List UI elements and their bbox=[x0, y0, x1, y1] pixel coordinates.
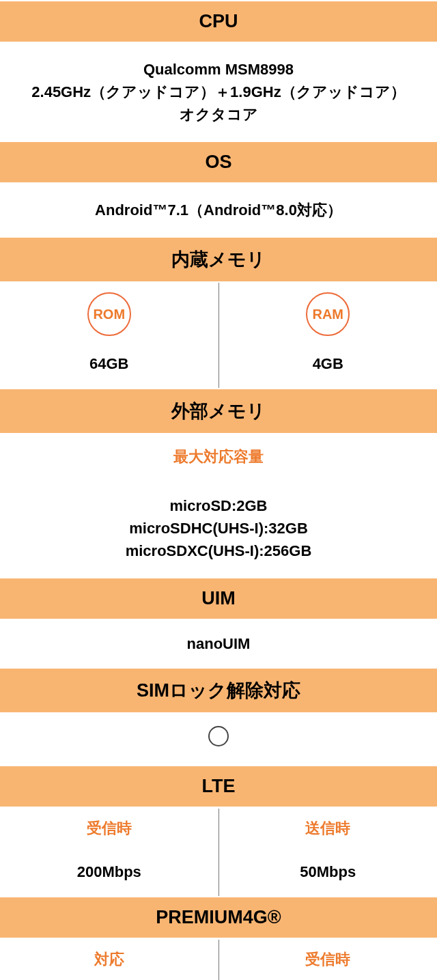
ram-label-wrap: RAM bbox=[219, 283, 438, 341]
ram-value: 4GB bbox=[219, 341, 438, 388]
cpu-header: CPU bbox=[0, 0, 437, 43]
rom-label: ROM bbox=[87, 292, 131, 336]
cpu-value-line1: Qualcomm MSM8998 bbox=[7, 58, 430, 81]
cpu-value-line2: 2.45GHz（クアッドコア）＋1.9GHz（クアッドコア） bbox=[7, 81, 430, 103]
lte-header: LTE bbox=[0, 765, 437, 808]
sim-unlock-value bbox=[0, 714, 437, 765]
lte-rx-label: 受信時 bbox=[0, 809, 218, 848]
premium4g-support-label: 対応 bbox=[0, 940, 218, 979]
external-memory-line3: microSDXC(UHS-I):256GB bbox=[7, 540, 430, 562]
lte-row: 受信時 200Mbps 送信時 50Mbps bbox=[0, 808, 437, 896]
lte-tx-label: 送信時 bbox=[219, 809, 438, 848]
rom-label-wrap: ROM bbox=[0, 283, 218, 341]
ram-label: RAM bbox=[306, 292, 350, 336]
rom-value: 64GB bbox=[0, 341, 218, 388]
os-value: Android™7.1（Android™8.0対応） bbox=[0, 184, 437, 236]
external-memory-value: microSD:2GB microSDHC(UHS-I):32GB microS… bbox=[0, 479, 437, 577]
sim-unlock-header: SIMロック解除対応 bbox=[0, 667, 437, 714]
os-header: OS bbox=[0, 141, 437, 184]
cpu-value-line3: オクタコア bbox=[7, 103, 430, 126]
lte-tx-value: 50Mbps bbox=[219, 848, 438, 896]
external-memory-header: 外部メモリ bbox=[0, 388, 437, 434]
external-memory-line2: microSDHC(UHS-I):32GB bbox=[7, 517, 430, 540]
uim-value: nanoUIM bbox=[0, 620, 437, 667]
premium4g-header: PREMIUM4G® bbox=[0, 896, 437, 939]
external-memory-sublabel-row: 最大対応容量 bbox=[0, 434, 437, 479]
lte-rx-value: 200Mbps bbox=[0, 848, 218, 896]
cpu-value: Qualcomm MSM8998 2.45GHz（クアッドコア）＋1.9GHz（… bbox=[0, 43, 437, 141]
circle-icon bbox=[208, 726, 229, 746]
external-memory-line1: microSD:2GB bbox=[7, 494, 430, 517]
premium4g-row: 対応 受信時 788Mbps bbox=[0, 939, 437, 980]
internal-memory-header: 内蔵メモリ bbox=[0, 236, 437, 283]
internal-memory-row: ROM 64GB RAM 4GB bbox=[0, 283, 437, 388]
external-memory-sublabel: 最大対応容量 bbox=[0, 434, 437, 479]
premium4g-rx-label: 受信時 bbox=[219, 940, 438, 979]
uim-header: UIM bbox=[0, 577, 437, 620]
